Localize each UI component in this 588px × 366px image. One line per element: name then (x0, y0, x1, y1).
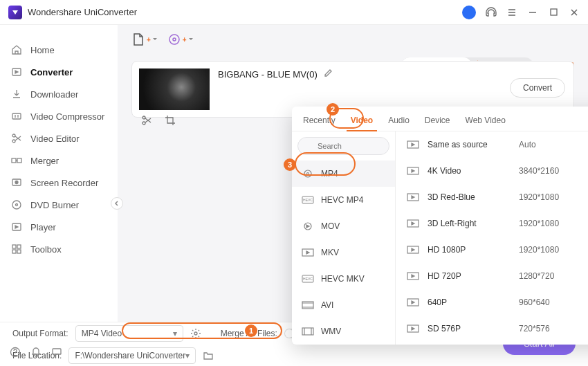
preset-resolution: 1920*1080 (519, 219, 559, 228)
hevc-icon: HEVC (302, 195, 314, 205)
wmv-icon (302, 327, 314, 336)
sidebar-item-label: Converter (30, 67, 73, 77)
support-icon[interactable] (486, 7, 497, 18)
preset-resolution: 1920*1080 (519, 192, 559, 202)
format-item-wmv[interactable]: WMV (292, 318, 395, 345)
sidebar-item-compressor[interactable]: Video Compressor (0, 105, 118, 127)
preset-name: 640P (428, 298, 519, 307)
video-icon (407, 140, 419, 149)
home-icon (11, 44, 22, 55)
format-item-mkv[interactable]: MKV (292, 239, 395, 266)
preset-row[interactable]: Same as sourceAuto (396, 131, 588, 158)
settings-icon[interactable] (190, 328, 201, 339)
help-icon[interactable] (10, 347, 21, 360)
sidebar-item-toolbox[interactable]: Toolbox (0, 238, 118, 260)
download-icon (11, 89, 22, 100)
svg-rect-5 (12, 158, 16, 163)
convert-button[interactable]: Convert (510, 78, 565, 98)
thumbnail[interactable] (139, 68, 210, 110)
mp4-icon (302, 169, 314, 179)
video-icon (407, 245, 419, 255)
preset-row[interactable]: HD 1080P1920*1080 (396, 237, 588, 263)
add-dvd-button[interactable]: + (167, 33, 194, 46)
preset-name: SD 576P (428, 324, 519, 333)
sidebar-item-label: Merger (30, 156, 59, 166)
svg-point-22 (307, 173, 309, 175)
svg-text:HEVC: HEVC (303, 277, 313, 281)
avi-icon (302, 300, 314, 310)
format-item-mov[interactable]: MOV (292, 213, 395, 239)
sidebar-item-dvd[interactable]: DVD Burner (0, 194, 118, 216)
close-icon[interactable] (569, 7, 580, 18)
maximize-icon[interactable] (548, 7, 559, 18)
content-area: + + Converting Finished High Speed Conve… (118, 25, 588, 366)
preset-row[interactable]: HD 720P1280*720 (396, 263, 588, 289)
ptab-recently[interactable]: Recently (303, 116, 336, 131)
svg-rect-2 (12, 113, 21, 119)
preset-list: Same as sourceAuto4K Video3840*21603D Re… (396, 131, 588, 345)
preset-resolution: 1280*720 (519, 271, 554, 281)
notification-icon[interactable] (30, 347, 42, 360)
format-label: AVI (321, 300, 333, 310)
trim-icon[interactable] (140, 114, 153, 127)
add-file-button[interactable]: + (131, 33, 158, 46)
sidebar-item-editor[interactable]: Video Editor (0, 127, 118, 149)
edit-title-icon[interactable] (323, 68, 333, 80)
folder-open-icon[interactable] (203, 350, 214, 361)
avatar[interactable] (462, 6, 476, 19)
titlebar: Wondershare UniConverter (0, 0, 588, 25)
recorder-icon (11, 177, 22, 188)
svg-rect-41 (53, 349, 61, 354)
sidebar-item-label: Player (30, 222, 56, 232)
preset-row[interactable]: 3D Red-Blue1920*1080 (396, 184, 588, 210)
preset-row[interactable]: SD 576P720*576 (396, 315, 588, 342)
format-item-hevcmp4[interactable]: HEVCHEVC MP4 (292, 187, 395, 213)
video-icon (407, 219, 419, 228)
search-input[interactable] (297, 137, 389, 155)
ptab-video[interactable]: Video (351, 116, 373, 131)
annotation-badge-1: 1 (245, 324, 257, 337)
svg-point-39 (194, 332, 197, 335)
sidebar-item-merger[interactable]: Merger (0, 149, 118, 172)
format-item-hevcmkv[interactable]: HEVCHEVC MKV (292, 266, 395, 292)
video-icon (407, 271, 419, 281)
crop-icon[interactable] (164, 114, 176, 127)
format-item-avi[interactable]: AVI (292, 292, 395, 318)
feedback-icon[interactable] (51, 347, 62, 360)
sidebar-item-home[interactable]: Home (0, 39, 118, 61)
compressor-icon (11, 111, 22, 122)
preset-row[interactable]: 640P960*640 (396, 289, 588, 315)
sidebar: Home Converter Downloader Video Compress… (0, 25, 118, 366)
video-icon (407, 298, 419, 307)
format-list: MP4 HEVCHEVC MP4 MOV MKV HEVCHEVC MKV AV… (292, 131, 396, 345)
preset-row[interactable]: 4K Video3840*2160 (396, 158, 588, 184)
format-label: MP4 (321, 169, 338, 179)
video-icon (407, 324, 419, 333)
sidebar-item-recorder[interactable]: Screen Recorder (0, 172, 118, 194)
ptab-webvideo[interactable]: Web Video (466, 116, 506, 131)
ptab-audio[interactable]: Audio (388, 116, 410, 131)
svg-point-19 (143, 122, 145, 125)
annotation-badge-2: 2 (327, 103, 339, 116)
svg-point-16 (169, 35, 179, 44)
minimize-icon[interactable] (527, 7, 538, 18)
sidebar-item-downloader[interactable]: Downloader (0, 83, 118, 105)
output-format-value: MP4 Video (82, 329, 122, 338)
preset-row[interactable]: 3D Left-Right1920*1080 (396, 210, 588, 237)
format-label: MOV (321, 221, 340, 231)
menu-icon[interactable] (506, 7, 517, 18)
collapse-sidebar-button[interactable] (111, 197, 123, 210)
preset-name: 3D Red-Blue (428, 192, 519, 202)
sidebar-item-converter[interactable]: Converter (0, 61, 118, 83)
svg-rect-14 (12, 250, 16, 253)
svg-rect-12 (12, 245, 16, 248)
sidebar-item-player[interactable]: Player (0, 216, 118, 238)
ptab-device[interactable]: Device (425, 116, 450, 131)
preset-resolution: 3840*2160 (519, 166, 559, 176)
preset-resolution: 720*576 (519, 324, 550, 333)
file-location-select[interactable]: F:\Wondershare UniConverter ▾ (68, 347, 196, 364)
output-format-select[interactable]: MP4 Video ▾ (75, 325, 183, 342)
preset-name: Same as source (428, 140, 519, 149)
format-item-mp4[interactable]: MP4 (292, 161, 395, 187)
converter-icon (11, 66, 22, 77)
